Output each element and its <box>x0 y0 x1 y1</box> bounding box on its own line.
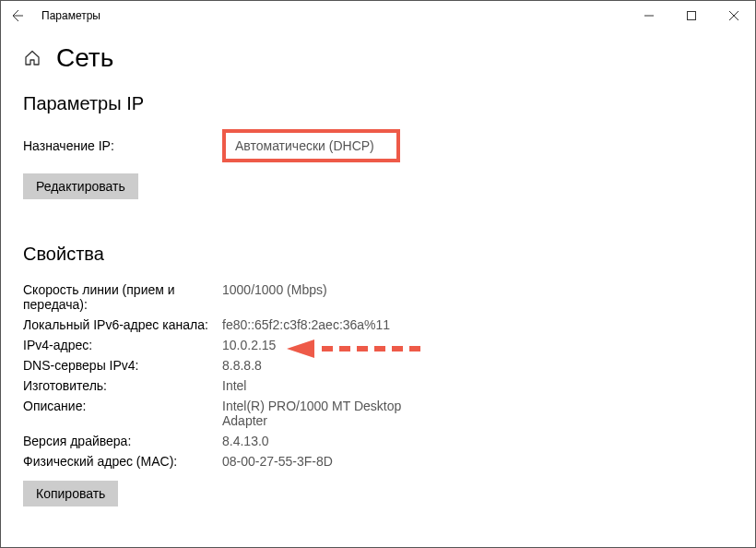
page-title: Сеть <box>56 43 113 73</box>
property-label: Изготовитель: <box>23 378 222 393</box>
property-value: fe80::65f2:c3f8:2aec:36a%11 <box>222 317 390 332</box>
property-value: 1000/1000 (Mbps) <box>222 282 327 312</box>
property-label: DNS-серверы IPv4: <box>23 358 222 373</box>
minimize-button[interactable] <box>628 1 670 30</box>
window-title: Параметры <box>41 9 100 22</box>
ip-assignment-row: Назначение IP: Автоматически (DHCP) <box>23 129 733 162</box>
svg-rect-2 <box>688 12 696 20</box>
property-row: Описание:Intel(R) PRO/1000 MT Desktop Ad… <box>23 396 733 431</box>
edit-button[interactable]: Редактировать <box>23 173 138 199</box>
property-label: Локальный IPv6-адрес канала: <box>23 317 222 332</box>
props-section-heading: Свойства <box>23 244 733 265</box>
close-button[interactable] <box>713 1 755 30</box>
property-label: IPv4-адрес: <box>23 338 222 352</box>
property-value: 10.0.2.15 <box>222 338 276 352</box>
property-row: Локальный IPv6-адрес канала:fe80::65f2:c… <box>23 315 733 335</box>
property-label: Физический адрес (MAC): <box>23 454 222 469</box>
property-value: 08-00-27-55-3F-8D <box>222 454 333 469</box>
ip-section-heading: Параметры IP <box>23 93 733 114</box>
property-label: Скорость линии (прием и передача): <box>23 282 222 312</box>
property-value: Intel(R) PRO/1000 MT Desktop Adapter <box>222 399 425 428</box>
property-value: 8.8.8.8 <box>222 358 262 373</box>
property-value: 8.4.13.0 <box>222 434 269 448</box>
home-icon[interactable] <box>23 49 41 67</box>
property-row: Изготовитель:Intel <box>23 375 733 396</box>
maximize-button[interactable] <box>670 1 713 30</box>
titlebar: Параметры <box>1 1 755 30</box>
property-row: IPv4-адрес:10.0.2.15 <box>23 335 733 355</box>
property-row: Версия драйвера:8.4.13.0 <box>23 431 733 451</box>
property-row: DNS-серверы IPv4:8.8.8.8 <box>23 355 733 375</box>
property-row: Физический адрес (MAC):08-00-27-55-3F-8D <box>23 451 733 471</box>
property-label: Версия драйвера: <box>23 434 222 448</box>
property-row: Скорость линии (прием и передача):1000/1… <box>23 280 733 315</box>
back-button[interactable] <box>8 7 25 24</box>
copy-button[interactable]: Копировать <box>23 481 118 506</box>
property-label: Описание: <box>23 399 222 428</box>
ip-assignment-value: Автоматически (DHCP) <box>222 129 400 162</box>
ip-assignment-label: Назначение IP: <box>23 138 222 153</box>
content-area: Сеть Параметры IP Назначение IP: Автомат… <box>1 30 755 506</box>
properties-list: Скорость линии (прием и передача):1000/1… <box>23 280 733 471</box>
property-value: Intel <box>222 378 246 393</box>
